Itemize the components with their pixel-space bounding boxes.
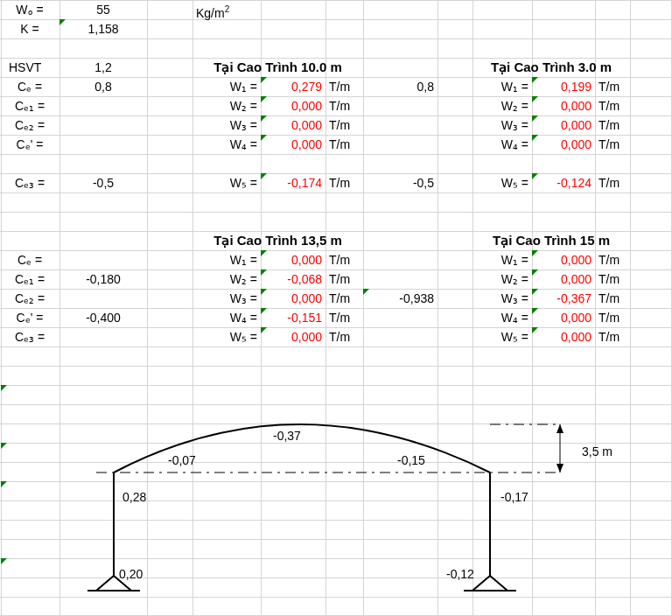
frame-diagram (0, 385, 672, 616)
w2-value-10[interactable]: 0,000 (261, 96, 326, 116)
w5-label-10: W₅ = (192, 173, 261, 192)
heading-15m: Tại Cao Trình 15 m (472, 231, 630, 250)
diagram-value-left-mid: 0,28 (122, 490, 146, 504)
w4-label-135: W₄ = (192, 308, 261, 327)
heading-10m: Tại Cao Trình 10.0 m (192, 58, 363, 77)
hsvt-label: HSVT (5, 58, 60, 77)
ce1-label-2: Cₑ₁ = (0, 270, 60, 289)
w2-unit-10: T/m (326, 96, 363, 116)
w5-label-3: W₅ = (472, 173, 532, 192)
ce-label-2: Cₑ = (0, 250, 60, 270)
w1-label-10: W₁ = (192, 77, 261, 96)
cep-label: Cₑ' = (0, 135, 60, 154)
w3-value-10[interactable]: 0,000 (261, 116, 326, 135)
diagram-value-left-upper: -0,07 (168, 453, 196, 467)
w1-unit-15: T/m (595, 250, 633, 270)
diagram-value-left-base: 0,20 (119, 567, 143, 581)
wo-unit: Kg/m2 (192, 0, 261, 19)
w4-value-10[interactable]: 0,000 (261, 135, 326, 154)
diagram-value-right-base: -0,12 (446, 567, 474, 581)
mid-val-10a[interactable]: 0,8 (363, 77, 438, 96)
w1-unit-135: T/m (326, 250, 363, 270)
w1-label-15: W₁ = (472, 250, 532, 270)
w2-unit-135: T/m (326, 270, 363, 289)
w5-unit-135: T/m (326, 327, 363, 346)
ce-value-10[interactable]: 0,8 (60, 77, 147, 96)
w4-label-15: W₄ = (472, 308, 532, 327)
w4-value-15[interactable]: 0,000 (532, 308, 595, 327)
heading-135m: Tại Cao Trình 13,5 m (192, 231, 363, 250)
w2-unit-3: T/m (595, 96, 633, 116)
w5-unit-15: T/m (595, 327, 633, 346)
ce1-value-135[interactable]: -0,180 (60, 270, 147, 289)
w2-value-3[interactable]: 0,000 (532, 96, 595, 116)
w4-unit-15: T/m (595, 308, 633, 327)
ce-label: Cₑ = (0, 77, 60, 96)
w2-value-15[interactable]: 0,000 (532, 270, 595, 289)
cep-label-2: Cₑ' = (0, 308, 60, 327)
w4-label-10: W₄ = (192, 135, 261, 154)
ce3-value-10[interactable]: -0,5 (60, 173, 147, 192)
w1-label-135: W₁ = (192, 250, 261, 270)
w2-unit-15: T/m (595, 270, 633, 289)
w2-label-10: W₂ = (192, 96, 261, 116)
diagram-value-right-mid: -0,17 (500, 490, 528, 504)
w5-unit-3: T/m (595, 173, 633, 192)
w1-label-3: W₁ = (472, 77, 532, 96)
svg-marker-6 (556, 464, 564, 472)
w1-value-15[interactable]: 0,000 (532, 250, 595, 270)
w1-unit-10: T/m (326, 77, 363, 96)
ce2-label-2: Cₑ₂ = (0, 289, 60, 308)
w3-label-135: W₃ = (192, 289, 261, 308)
w5-value-15[interactable]: 0,000 (532, 327, 595, 346)
mid-val-135[interactable]: -0,938 (363, 289, 438, 308)
cep-value-135[interactable]: -0,400 (60, 308, 147, 327)
w2-value-135[interactable]: -0,068 (261, 270, 326, 289)
w5-value-10[interactable]: -0,174 (261, 173, 326, 192)
w5-value-135[interactable]: 0,000 (261, 327, 326, 346)
diagram-value-top: -0,37 (273, 429, 301, 443)
w4-value-3[interactable]: 0,000 (532, 135, 595, 154)
w3-label-10: W₃ = (192, 116, 261, 135)
ce3-label-2: Cₑ₃ = (0, 327, 60, 346)
ce1-label: Cₑ₁ = (0, 96, 60, 116)
w2-label-3: W₂ = (472, 96, 532, 116)
w1-value-10[interactable]: 0,279 (261, 77, 326, 96)
svg-marker-5 (556, 424, 564, 433)
w3-label-3: W₃ = (472, 116, 532, 135)
w3-value-135[interactable]: 0,000 (261, 289, 326, 308)
w3-unit-15: T/m (595, 289, 633, 308)
w4-value-135[interactable]: -0,151 (261, 308, 326, 327)
w2-label-15: W₂ = (472, 270, 532, 289)
w5-label-15: W₅ = (472, 327, 532, 346)
w4-unit-10: T/m (326, 135, 363, 154)
w1-unit-3: T/m (595, 77, 633, 96)
w3-unit-135: T/m (326, 289, 363, 308)
w3-unit-3: T/m (595, 116, 633, 135)
w1-value-135[interactable]: 0,000 (261, 250, 326, 270)
wo-label: Wₒ = (0, 0, 60, 19)
k-label: K = (0, 19, 60, 38)
k-value[interactable]: 1,158 (60, 19, 147, 38)
ce2-label: Cₑ₂ = (0, 116, 60, 135)
ce3-label: Cₑ₃ = (0, 173, 60, 192)
w3-value-15[interactable]: -0,367 (532, 289, 595, 308)
w5-value-3[interactable]: -0,124 (532, 173, 595, 192)
heading-3m: Tại Cao Trình 3.0 m (472, 58, 630, 77)
diagram-height-label: 3,5 m (582, 444, 612, 458)
w4-label-3: W₄ = (472, 135, 532, 154)
w5-unit-10: T/m (326, 173, 363, 192)
w1-value-3[interactable]: 0,199 (532, 77, 595, 96)
hsvt-value[interactable]: 1,2 (60, 58, 147, 77)
mid-val-10b[interactable]: -0,5 (363, 173, 438, 192)
w4-unit-3: T/m (595, 135, 633, 154)
diagram-value-right-upper: -0,15 (397, 453, 425, 467)
w2-label-135: W₂ = (192, 270, 261, 289)
w4-unit-135: T/m (326, 308, 363, 327)
w3-unit-10: T/m (326, 116, 363, 135)
w3-label-15: W₃ = (472, 289, 532, 308)
wo-value[interactable]: 55 (60, 0, 147, 19)
svg-marker-9 (472, 576, 508, 591)
w5-label-135: W₅ = (192, 327, 261, 346)
w3-value-3[interactable]: 0,000 (532, 116, 595, 135)
